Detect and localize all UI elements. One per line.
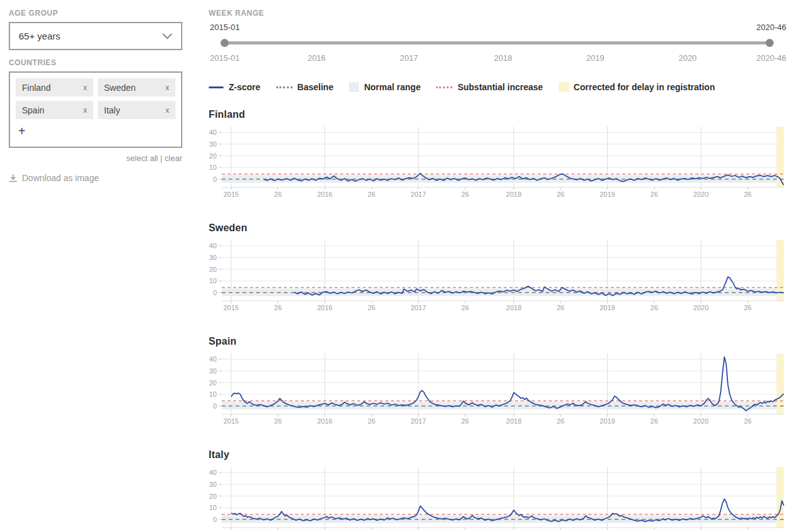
svg-text:2015: 2015 xyxy=(224,304,239,311)
add-country-button[interactable]: + xyxy=(18,125,27,137)
svg-text:26: 26 xyxy=(368,190,375,198)
svg-text:20: 20 xyxy=(209,379,217,387)
svg-text:10: 10 xyxy=(209,164,217,171)
legend-item: Baseline xyxy=(276,82,334,92)
legend-item: Substantial increase xyxy=(436,82,543,92)
chart-title: Sweden xyxy=(209,222,786,234)
slider-handle-start[interactable] xyxy=(221,39,229,47)
legend-label: Corrected for delay in registration xyxy=(574,82,715,92)
zscore-chart-finland[interactable]: 0102030402015262016262017262018262019262… xyxy=(209,124,785,201)
svg-text:26: 26 xyxy=(650,190,658,198)
svg-text:20: 20 xyxy=(209,266,217,273)
svg-text:26: 26 xyxy=(368,304,375,311)
age-group-label: AGE GROUP xyxy=(9,9,182,18)
slider-scale-label: 2020-46 xyxy=(756,53,786,63)
svg-text:30: 30 xyxy=(209,254,217,261)
remove-country-icon[interactable]: x xyxy=(162,106,169,115)
age-group-select[interactable]: 65+ years xyxy=(9,22,182,50)
countries-label: COUNTRIES xyxy=(9,58,182,67)
remove-country-icon[interactable]: x xyxy=(80,106,87,115)
legend-swatch-substantial xyxy=(436,86,452,88)
week-range-label: WEEK RANGE xyxy=(209,9,786,18)
chart-title: Italy xyxy=(209,449,786,461)
svg-text:0: 0 xyxy=(213,516,217,523)
corrected-band xyxy=(777,240,784,301)
zscore-chart-italy[interactable]: 0102030402015262016262017262018262019262… xyxy=(209,464,785,532)
legend-item: Normal range xyxy=(349,82,420,92)
age-group-value: 65+ years xyxy=(19,31,60,41)
svg-text:20: 20 xyxy=(209,493,217,500)
country-tag: Finlandx xyxy=(16,78,93,96)
slider-start-value: 2015-01 xyxy=(210,23,240,32)
chevron-down-icon xyxy=(162,33,172,39)
legend-item: Z-score xyxy=(209,82,261,92)
svg-text:2019: 2019 xyxy=(600,304,615,311)
slider-track[interactable] xyxy=(224,41,769,44)
svg-text:26: 26 xyxy=(557,190,564,198)
slider-scale-label: 2016 xyxy=(308,53,326,63)
svg-text:26: 26 xyxy=(744,417,751,425)
svg-text:2018: 2018 xyxy=(506,304,521,311)
svg-text:2016: 2016 xyxy=(317,190,332,198)
svg-text:2018: 2018 xyxy=(506,190,521,198)
slider-scale-label: 2017 xyxy=(400,53,418,63)
legend-swatch-baseline xyxy=(276,86,293,88)
svg-text:26: 26 xyxy=(557,304,564,311)
zscore-chart-sweden[interactable]: 0102030402015262016262017262018262019262… xyxy=(209,237,785,314)
clear-link[interactable]: clear xyxy=(165,154,182,163)
zscore-chart-spain[interactable]: 0102030402015262016262017262018262019262… xyxy=(209,351,785,427)
country-tag-label: Sweden xyxy=(104,83,136,93)
chart-block-spain: Spain01020304020152620162620172620182620… xyxy=(209,336,786,430)
country-tag-list: FinlandxSwedenxSpainxItalyx xyxy=(16,78,175,119)
main-panel: WEEK RANGE 2015-01 2020-46 2015-01201620… xyxy=(209,5,786,532)
svg-text:2020: 2020 xyxy=(694,304,709,311)
corrected-band xyxy=(777,353,784,414)
download-icon xyxy=(9,174,18,182)
remove-country-icon[interactable]: x xyxy=(80,83,87,92)
legend-swatch-corrected xyxy=(559,82,569,92)
svg-text:0: 0 xyxy=(213,289,217,296)
svg-text:26: 26 xyxy=(461,417,469,425)
svg-text:0: 0 xyxy=(213,175,217,183)
chart-block-finland: Finland010203040201526201626201726201826… xyxy=(209,109,786,203)
chart-legend: Z-scoreBaselineNormal rangeSubstantial i… xyxy=(209,82,786,92)
svg-text:26: 26 xyxy=(274,417,282,425)
svg-text:2019: 2019 xyxy=(600,417,615,425)
charts: Finland010203040201526201626201726201826… xyxy=(209,109,786,532)
download-as-image-button[interactable]: Download as image xyxy=(9,173,182,183)
svg-text:26: 26 xyxy=(650,304,658,311)
svg-text:10: 10 xyxy=(209,390,217,398)
country-tag-label: Finland xyxy=(22,83,51,93)
svg-text:40: 40 xyxy=(209,242,217,249)
remove-country-icon[interactable]: x xyxy=(162,83,169,92)
legend-label: Normal range xyxy=(364,82,420,92)
week-range-slider: 2015-01 2020-46 2015-0120162017201820192… xyxy=(209,22,786,67)
svg-text:2020: 2020 xyxy=(694,190,709,198)
country-tag-label: Spain xyxy=(22,105,44,115)
svg-text:26: 26 xyxy=(744,304,751,311)
svg-text:2019: 2019 xyxy=(600,190,615,198)
svg-text:2017: 2017 xyxy=(411,190,426,198)
legend-swatch-zscore xyxy=(209,86,224,88)
svg-text:26: 26 xyxy=(461,304,469,311)
svg-text:30: 30 xyxy=(209,140,217,148)
svg-text:2016: 2016 xyxy=(317,304,332,311)
svg-text:40: 40 xyxy=(209,355,217,363)
select-all-link[interactable]: select all xyxy=(127,154,159,163)
countries-box: FinlandxSwedenxSpainxItalyx + xyxy=(9,71,182,148)
svg-text:2018: 2018 xyxy=(506,417,521,425)
chart-title: Spain xyxy=(209,336,786,347)
svg-text:2015: 2015 xyxy=(224,190,239,198)
corrected-band xyxy=(777,467,784,528)
legend-label: Substantial increase xyxy=(457,82,543,92)
svg-text:10: 10 xyxy=(209,277,217,284)
slider-handle-end[interactable] xyxy=(766,39,774,47)
links-divider: | xyxy=(160,154,162,163)
svg-text:26: 26 xyxy=(274,304,282,311)
slider-scale-label: 2020 xyxy=(678,53,697,63)
chart-block-sweden: Sweden0102030402015262016262017262018262… xyxy=(209,222,786,316)
svg-text:2016: 2016 xyxy=(317,417,332,425)
country-tag: Italyx xyxy=(98,101,175,119)
country-tag: Spainx xyxy=(16,101,93,119)
svg-text:40: 40 xyxy=(209,128,217,136)
